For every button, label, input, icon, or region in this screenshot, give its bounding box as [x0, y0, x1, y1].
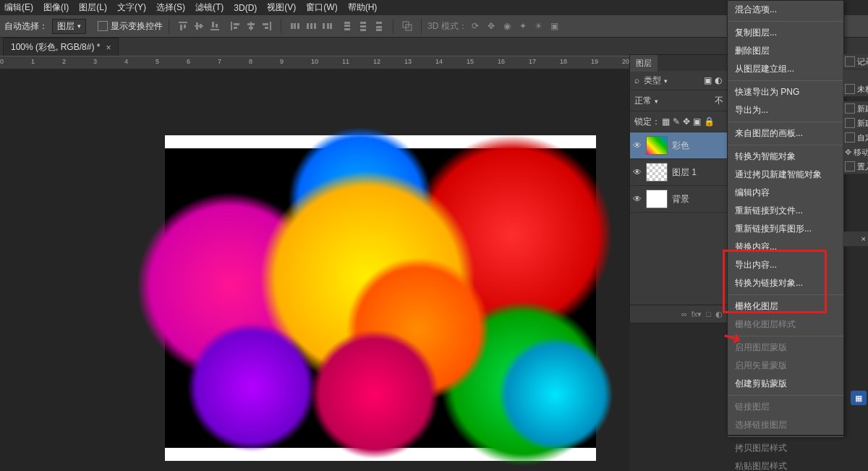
right-panel-item[interactable]: 新建 [843, 101, 868, 116]
menu-item[interactable]: 文字(Y) [117, 1, 146, 14]
context-menu-item[interactable]: 来自图层的画板... [728, 124, 843, 143]
right-panel-item[interactable]: 自定 [843, 130, 868, 145]
align-bottom-icon[interactable] [208, 20, 221, 33]
menu-item[interactable]: 图像(I) [43, 1, 69, 14]
panel-icon [845, 84, 855, 94]
context-menu-item[interactable]: 创建剪贴蒙版 [728, 375, 843, 393]
menu-item[interactable]: 编辑(E) [4, 1, 33, 14]
visibility-icon[interactable]: 👁 [633, 194, 643, 204]
context-menu-item[interactable]: 从图层建立组... [728, 60, 843, 78]
svg-rect-12 [250, 22, 252, 30]
auto-select-dropdown[interactable]: 图层▾ [52, 19, 86, 34]
3d-orbit-icon[interactable]: ⟳ [469, 20, 482, 33]
3d-camera-icon[interactable]: ▣ [548, 20, 561, 33]
menu-item[interactable]: 窗口(W) [306, 1, 337, 14]
align-right-icon[interactable] [260, 20, 273, 33]
right-panel-close[interactable]: × [843, 232, 868, 246]
layer-thumbnail[interactable] [646, 136, 668, 155]
svg-rect-31 [360, 25, 366, 27]
ruler-mark: 8 [249, 58, 252, 65]
context-menu-item[interactable]: 重新链接到库图形... [728, 220, 843, 238]
layer-thumbnail[interactable] [646, 163, 668, 182]
3d-pan-icon[interactable]: ✥ [485, 20, 498, 33]
lock-pixels-icon[interactable]: ▦ [662, 116, 670, 127]
menu-item[interactable]: 视图(V) [267, 1, 296, 14]
layers-tab[interactable]: 图层 [630, 55, 658, 72]
context-menu-item[interactable]: 导出为... [728, 101, 843, 119]
show-transform-checkbox[interactable]: 显示变换控件 [98, 20, 163, 33]
visibility-icon[interactable]: 👁 [633, 167, 643, 177]
layer-name[interactable]: 彩色 [672, 140, 689, 152]
layer-item[interactable]: 👁 图层 1 [630, 159, 728, 186]
filter-adjust-icon[interactable]: ◐ [715, 75, 722, 85]
distribute-v2-icon[interactable] [357, 20, 370, 33]
context-menu-item[interactable]: 通过拷贝新建智能对象 [728, 166, 843, 184]
right-panel-history[interactable]: 记录 [843, 54, 868, 82]
3d-light-icon[interactable]: ☀ [532, 20, 545, 33]
align-top-icon[interactable] [176, 20, 190, 33]
distribute-h-icon[interactable] [289, 20, 302, 33]
menu-item[interactable]: 3D(D) [234, 3, 257, 13]
3d-scale-icon[interactable]: ✦ [516, 20, 529, 33]
layer-name[interactable]: 图层 1 [672, 166, 697, 179]
right-panel-item[interactable]: 置入 [843, 159, 868, 174]
ruler-mark: 11 [342, 58, 349, 65]
menu-item[interactable]: 滤镜(T) [195, 1, 224, 14]
context-menu-item[interactable]: 混合选项... [728, 1, 843, 19]
context-menu-item[interactable]: 快速导出为 PNG [728, 83, 843, 101]
visibility-icon[interactable]: 👁 [633, 140, 643, 150]
layer-item[interactable]: 👁 彩色 [630, 132, 728, 159]
annotation-highlight-box [723, 250, 827, 313]
svg-rect-27 [344, 22, 350, 24]
ruler-mark: 17 [529, 58, 536, 65]
layer-mask-icon[interactable]: □ [706, 310, 711, 318]
svg-rect-13 [247, 23, 255, 25]
right-panel-item[interactable]: 新建 [843, 116, 868, 130]
ruler-mark: 6 [187, 58, 190, 65]
close-icon[interactable]: × [861, 234, 866, 243]
separator [728, 395, 843, 396]
distribute-h2-icon[interactable] [305, 20, 318, 33]
menu-item[interactable]: 选择(S) [156, 1, 185, 14]
3d-roll-icon[interactable]: ◉ [501, 20, 514, 33]
svg-rect-33 [376, 22, 382, 24]
lock-all-icon[interactable]: 🔒 [704, 116, 715, 127]
filter-type-dropdown[interactable]: 类型▾ [641, 75, 671, 87]
separator [728, 21, 843, 22]
right-panel-item[interactable]: ✥移动 [843, 145, 868, 159]
align-left-icon[interactable] [229, 20, 242, 33]
layer-item[interactable]: 👁 背景 [630, 186, 728, 213]
close-icon[interactable]: × [106, 43, 111, 53]
menu-item[interactable]: 图层(L) [79, 1, 107, 14]
align-hcenter-icon[interactable] [244, 20, 258, 33]
lock-position-icon[interactable]: ✥ [683, 116, 690, 127]
document-canvas[interactable] [165, 135, 596, 461]
context-menu-item[interactable]: 删除图层 [728, 42, 843, 60]
overlap-icon[interactable] [401, 20, 414, 33]
filter-image-icon[interactable]: ▣ [704, 75, 712, 85]
blend-mode-dropdown[interactable]: 正常▾ [634, 95, 712, 107]
lock-artboard-icon[interactable]: ▣ [693, 116, 701, 127]
right-panel-item[interactable]: 未标 [843, 82, 868, 96]
context-menu-item[interactable]: 复制图层... [728, 24, 843, 42]
svg-rect-5 [200, 24, 202, 28]
layer-thumbnail[interactable] [646, 190, 668, 208]
layer-name[interactable]: 背景 [672, 193, 689, 205]
menu-item[interactable]: 帮助(H) [348, 1, 378, 14]
separator [728, 436, 843, 437]
distribute-h3-icon[interactable] [320, 20, 333, 33]
context-menu-item[interactable]: 编辑内容 [728, 184, 843, 202]
svg-rect-4 [196, 22, 198, 30]
right-panel-grid-button[interactable]: ▦ [851, 391, 867, 405]
distribute-v3-icon[interactable] [373, 20, 386, 33]
document-tab[interactable]: 100% (彩色, RGB/8#) * × [3, 38, 119, 56]
layer-fx-icon[interactable]: fx▾ [692, 310, 702, 319]
context-menu-item[interactable]: 转换为智能对象 [728, 148, 843, 166]
distribute-v-icon[interactable] [341, 20, 354, 33]
lock-brush-icon[interactable]: ✎ [673, 116, 680, 127]
align-vcenter-icon[interactable] [192, 20, 205, 33]
context-menu-item[interactable]: 重新链接到文件... [728, 202, 843, 220]
separator [169, 19, 169, 33]
adjustment-layer-icon[interactable]: ◐ [715, 310, 723, 319]
link-layers-icon[interactable]: ∞ [681, 310, 687, 318]
